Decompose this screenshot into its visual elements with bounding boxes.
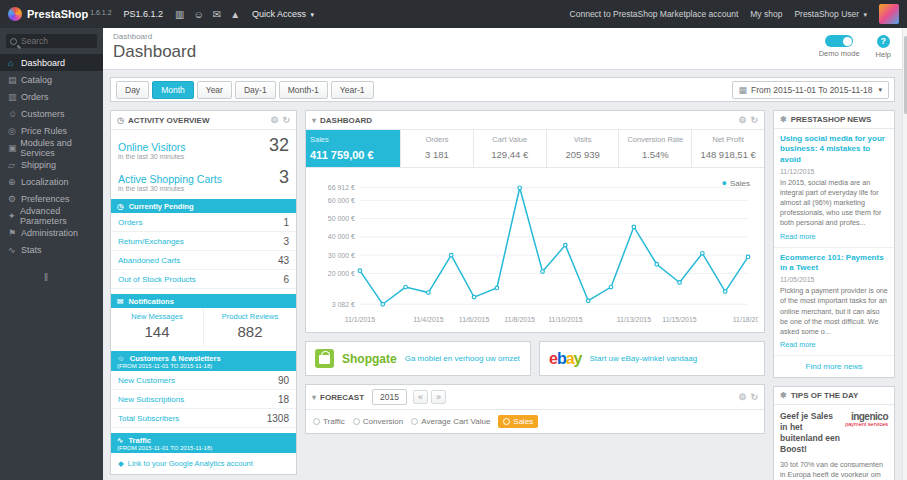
kpi-net-profit[interactable]: Net Profit 148 918,51 € <box>692 130 764 167</box>
forecast-legend-sales[interactable]: Sales <box>498 415 538 428</box>
window-scrollbar[interactable] <box>902 28 907 480</box>
sidebar-item-shipping[interactable]: ▱ Shipping <box>0 156 103 173</box>
news-item-title[interactable]: Using social media for your business: 4 … <box>780 134 888 165</box>
date-range-picker[interactable]: ▦ From 2015-11-01 To 2015-11-18 ▾ <box>732 81 889 99</box>
news-item-title[interactable]: Ecommerce 101: Payments in a Tweet <box>780 253 888 274</box>
abandoned-carts-link[interactable]: Abandoned Carts <box>118 256 180 265</box>
kpi-label: Sales <box>310 135 396 144</box>
online-visitors-label[interactable]: Online Visitors <box>118 141 186 153</box>
my-shop-link[interactable]: My shop <box>750 9 782 19</box>
filter-day-button[interactable]: Day <box>116 81 149 99</box>
forecast-legend-average-cart-value[interactable]: Average Cart Value <box>411 417 490 426</box>
sidebar-item-catalog[interactable]: ▤ Catalog <box>0 71 103 88</box>
dashboard-panel: ▾ DASHBOARD ⚙ ↻ Sales 411 759,00 € <box>305 110 765 333</box>
shopgate-ad[interactable]: Shopgate Ga mobiel en verhoog uw omzet <box>305 341 531 376</box>
cart-icon[interactable]: ▥ <box>175 9 184 20</box>
refresh-icon[interactable]: ↻ <box>750 392 758 402</box>
read-more-link[interactable]: Read more <box>780 232 888 241</box>
prev-year-button[interactable]: « <box>413 390 428 404</box>
sidebar-item-label: Stats <box>21 245 42 255</box>
kpi-conversion-rate[interactable]: Conversion Rate 1.54% <box>619 130 692 167</box>
sidebar-item-advanced-parameters[interactable]: ✦ Advanced Parameters <box>0 207 103 224</box>
sidebar-item-orders[interactable]: ▥ Orders <box>0 88 103 105</box>
marketplace-connect-link[interactable]: Connect to PrestaShop Marketplace accoun… <box>570 9 739 19</box>
pending-returns-link[interactable]: Return/Exchanges <box>118 237 184 246</box>
new-customers-link[interactable]: New Customers <box>118 376 175 385</box>
kpi-visits[interactable]: Visits 205 939 <box>547 130 620 167</box>
legend-label: Conversion <box>363 417 403 426</box>
user-menu-label: PrestaShop User <box>794 9 859 19</box>
total-subscribers-link[interactable]: Total Subscribers <box>118 414 179 423</box>
demo-mode-toggle[interactable] <box>825 35 853 47</box>
product-reviews-cell[interactable]: Product Reviews 882 <box>203 308 296 346</box>
filter-year-button[interactable]: Year <box>197 81 232 99</box>
sidebar-item-label: Dashboard <box>21 58 65 68</box>
legend-dot-icon: ● <box>722 178 727 188</box>
find-more-news-link[interactable]: Find more news <box>774 356 894 377</box>
filter-month-button[interactable]: Month <box>152 81 194 99</box>
rocket-icon[interactable]: ▲ <box>230 9 240 20</box>
help-icon[interactable]: ? <box>877 35 890 48</box>
pending-row: Out of Stock Products 6 <box>111 270 296 289</box>
shopgate-ad-link[interactable]: Ga mobiel en verhoog uw omzet <box>405 354 520 363</box>
ebay-ad-link[interactable]: Start uw eBay-winkel vandaag <box>590 354 698 363</box>
gear-icon[interactable]: ⚙ <box>270 115 278 125</box>
filter-month1-button[interactable]: Month-1 <box>279 81 328 99</box>
sidebar-item-administration[interactable]: ⚑ Administration <box>0 224 103 241</box>
ebay-letter: a <box>566 350 574 367</box>
new-messages-cell[interactable]: New Messages 144 <box>111 308 203 346</box>
middle-column: ▾ DASHBOARD ⚙ ↻ Sales 411 759,00 € <box>305 110 765 434</box>
sidebar-collapse-icon[interactable]: ‖ <box>44 272 103 283</box>
read-more-link[interactable]: Read more <box>780 340 888 349</box>
sidebar-item-dashboard[interactable]: ⌂ Dashboard <box>0 54 103 71</box>
forecast-legend-conversion[interactable]: Conversion <box>353 417 403 426</box>
price-rules-icon: ◎ <box>8 126 21 136</box>
mail-icon[interactable]: ✉ <box>213 9 221 20</box>
body-area: Day Month Year Day-1 Month-1 Year-1 ▦ Fr… <box>103 70 907 480</box>
customers-newsletters-title: Customers & Newsletters <box>130 354 221 363</box>
avatar[interactable] <box>879 4 899 24</box>
next-year-button[interactable]: » <box>431 390 446 404</box>
link-icon: ◆ <box>118 459 124 468</box>
refresh-icon[interactable]: ↻ <box>282 115 290 125</box>
sidebar-item-price-rules[interactable]: ◎ Price Rules <box>0 122 103 139</box>
refresh-icon[interactable]: ↻ <box>750 115 758 125</box>
google-analytics-link[interactable]: ◆ Link to your Google Analytics account <box>111 453 296 474</box>
kpi-sales[interactable]: Sales 411 759,00 € <box>306 130 401 167</box>
forecast-legend-traffic[interactable]: Traffic <box>313 417 345 426</box>
user-menu[interactable]: PrestaShop User ▾ <box>794 9 867 19</box>
gear-icon[interactable]: ⚙ <box>738 115 746 125</box>
kpi-value: 411 759,00 € <box>310 149 396 161</box>
kpi-orders[interactable]: Orders 3 181 <box>401 130 474 167</box>
forecast-year-select[interactable]: 2015 <box>372 389 407 405</box>
out-of-stock-link[interactable]: Out of Stock Products <box>118 275 196 284</box>
new-subscriptions-value: 18 <box>278 394 289 405</box>
scrollbar-thumb[interactable] <box>904 36 907 114</box>
shop-name[interactable]: PS1.6.1.2 <box>124 9 164 19</box>
search-input[interactable] <box>21 36 91 46</box>
sidebar-item-stats[interactable]: ∿ Stats <box>0 241 103 258</box>
filter-day1-button[interactable]: Day-1 <box>235 81 276 99</box>
pending-orders-link[interactable]: Orders <box>118 218 142 227</box>
legend-label: Average Cart Value <box>421 417 490 426</box>
news-item-body: Picking a payment provider is one of the… <box>780 286 888 336</box>
kpi-cart-value[interactable]: Cart Value 129,44 € <box>474 130 547 167</box>
active-carts-label[interactable]: Active Shopping Carts <box>118 173 222 185</box>
sidebar-item-modules-and-services[interactable]: ▣ Modules and Services <box>0 139 103 156</box>
new-customers-value: 90 <box>278 375 289 386</box>
quick-access-menu[interactable]: Quick Access ▾ <box>252 9 314 19</box>
customers-row: New Customers 90 <box>111 371 296 390</box>
pending-row: Abandoned Carts 43 <box>111 251 296 270</box>
sidebar-item-customers[interactable]: ☺ Customers <box>0 105 103 122</box>
person-icon[interactable]: ☺ <box>194 9 204 20</box>
sidebar-item-preferences[interactable]: ⚙ Preferences <box>0 190 103 207</box>
ebay-ad[interactable]: ebay Start uw eBay-winkel vandaag <box>539 341 765 376</box>
filter-year1-button[interactable]: Year-1 <box>331 81 374 99</box>
chevron-down-icon: ▾ <box>878 86 882 94</box>
new-subscriptions-link[interactable]: New Subscriptions <box>118 395 184 404</box>
gear-icon[interactable]: ⚙ <box>738 392 746 402</box>
breadcrumb[interactable]: Dashboard <box>113 32 897 41</box>
sidebar-item-localization[interactable]: ⊕ Localization <box>0 173 103 190</box>
kpi-value: 148 918,51 € <box>696 149 760 160</box>
forecast-legend: Traffic Conversion Average Cart Value <box>306 410 764 433</box>
